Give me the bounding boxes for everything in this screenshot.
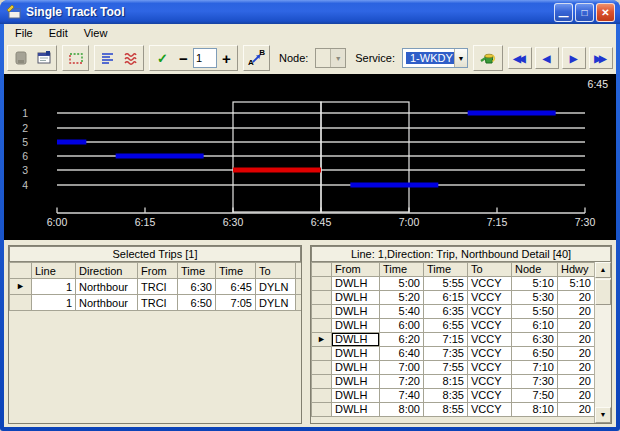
cell[interactable]: 1 [32,295,76,311]
nav-last-button[interactable]: ▶▶ [589,47,613,69]
cell[interactable]: 7:35 [424,347,468,361]
cell[interactable]: 5:00 [380,277,424,291]
column-header-from[interactable]: From [332,263,380,277]
zoom-in-button[interactable]: + [217,47,236,69]
selected-trips-table[interactable]: LineDirectionFromTimeTimeTo►1NorthbourTR… [9,262,301,311]
cell[interactable]: 5:10 [512,277,558,291]
cell[interactable]: 5:50 [512,305,558,319]
column-header-line[interactable]: Line [32,263,76,279]
table-row[interactable]: DWLH6:407:35VCCY6:5020 [312,347,595,361]
cell[interactable]: DWLH [332,389,380,403]
row-marker-header[interactable] [10,263,32,279]
cell[interactable]: VCCY [468,277,512,291]
cell[interactable]: 20 [558,361,595,375]
cell[interactable]: 5:40 [380,305,424,319]
cell[interactable]: 7:50 [512,389,558,403]
column-header-time[interactable]: Time [178,263,216,279]
row-marker[interactable] [312,403,332,417]
cell[interactable]: 7:10 [512,361,558,375]
menu-item-view[interactable]: View [76,26,116,40]
trip-detail-scrollbar[interactable]: ▲ ▼ [594,262,611,423]
cell[interactable]: 6:50 [178,295,216,311]
menu-item-edit[interactable]: Edit [41,26,76,40]
table-row[interactable]: DWLH5:206:15VCCY5:3020 [312,291,595,305]
curved-lines-view-button[interactable] [119,47,142,69]
cell[interactable]: VCCY [468,361,512,375]
row-marker-header[interactable] [312,263,332,277]
cell[interactable]: DWLH [332,347,380,361]
straight-lines-view-button[interactable] [96,47,119,69]
cell[interactable]: 8:55 [424,403,468,417]
service-dropdown-arrow-icon[interactable]: ▼ [454,49,467,67]
cell[interactable]: 1 [32,279,76,295]
properties-button[interactable] [32,47,55,69]
column-header-hdwy[interactable]: Hdwy [558,263,595,277]
column-header-direction[interactable]: Direction [76,263,138,279]
row-marker[interactable] [312,319,332,333]
save-button-disabled[interactable] [9,47,32,69]
cell[interactable]: 5:55 [424,277,468,291]
cell[interactable]: 7:55 [424,361,468,375]
service-combobox[interactable]: 1-WKDY ▼ [402,48,468,68]
nav-first-button[interactable]: ◀◀ [508,47,532,69]
cell[interactable]: 6:30 [512,333,558,347]
cell[interactable]: 20 [558,319,595,333]
cell[interactable]: VCCY [468,291,512,305]
table-row[interactable]: DWLH5:005:55VCCY5:105:10 [312,277,595,291]
scrollbar-thumb[interactable] [595,279,611,305]
minimize-button[interactable]: — [554,3,573,22]
trip-detail-table[interactable]: FromTimeTimeToNodeHdwyDWLH5:005:55VCCY5:… [311,262,595,417]
cell[interactable]: DWLH [332,403,380,417]
cell[interactable]: 7:40 [380,389,424,403]
column-header-time[interactable]: Time [216,263,256,279]
node-combobox[interactable]: ▼ [315,48,346,68]
cell[interactable]: 6:20 [380,333,424,347]
cell[interactable]: 6:50 [512,347,558,361]
cell[interactable]: Northbour [76,295,138,311]
close-button[interactable]: ✕ [596,3,615,22]
cell[interactable]: 20 [558,347,595,361]
cell[interactable]: 20 [558,403,595,417]
row-marker[interactable] [312,361,332,375]
table-row[interactable]: 1NorthbourTRCI6:507:05DYLN [10,295,302,311]
cell[interactable]: DWLH [332,361,380,375]
zoom-out-button[interactable]: − [174,47,193,69]
cell[interactable]: 6:40 [380,347,424,361]
row-marker[interactable] [312,347,332,361]
table-row[interactable]: DWLH7:408:35VCCY7:5020 [312,389,595,403]
scroll-up-icon[interactable]: ▲ [595,262,611,278]
cell[interactable]: DYLN [256,295,296,311]
cell[interactable]: 20 [558,375,595,389]
refresh-service-button[interactable] [475,47,501,69]
cell[interactable]: 6:45 [216,279,256,295]
cell[interactable]: VCCY [468,305,512,319]
cell[interactable]: TRCI [138,279,178,295]
maximize-button[interactable]: □ [575,3,594,22]
column-header-time[interactable]: Time [380,263,424,277]
cell[interactable]: Northbour [76,279,138,295]
cell[interactable]: TRCI [138,295,178,311]
column-header-from[interactable]: From [138,263,178,279]
ab-path-button[interactable]: A B [245,47,268,69]
row-marker[interactable] [312,389,332,403]
cell[interactable]: 7:15 [424,333,468,347]
node-dropdown-arrow-icon[interactable]: ▼ [330,49,345,67]
cell[interactable]: 7:00 [380,361,424,375]
train-diagram-chart[interactable]: 1256346:006:156:306:457:007:157:306:45 [4,74,616,240]
row-marker[interactable] [10,295,32,311]
cell[interactable]: VCCY [468,347,512,361]
cell[interactable]: DWLH [332,319,380,333]
cell[interactable]: 7:20 [380,375,424,389]
row-marker[interactable]: ► [312,333,332,347]
cell[interactable]: 8:00 [380,403,424,417]
title-bar[interactable]: Single Track Tool —□✕ [0,0,620,24]
cell[interactable]: VCCY [468,403,512,417]
row-marker[interactable] [312,277,332,291]
menu-item-file[interactable]: File [7,26,41,40]
table-row[interactable]: ►DWLH6:207:15VCCY6:3020 [312,333,595,347]
column-header-to[interactable]: To [256,263,296,279]
table-row[interactable]: DWLH6:006:55VCCY6:1020 [312,319,595,333]
cell[interactable]: DWLH [332,305,380,319]
cell[interactable]: DWLH [332,291,380,305]
column-header-to[interactable]: To [468,263,512,277]
